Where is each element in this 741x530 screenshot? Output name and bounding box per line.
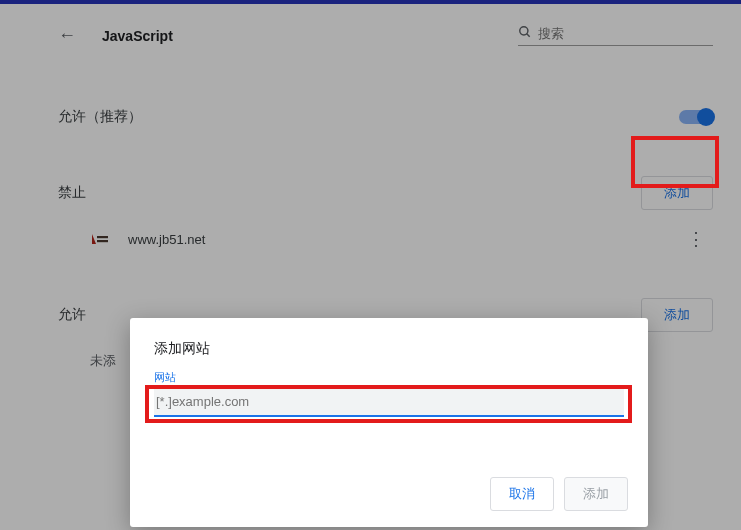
dialog-title: 添加网站 (154, 340, 624, 358)
site-field-label: 网站 (154, 370, 624, 385)
cancel-button[interactable]: 取消 (490, 477, 554, 511)
site-url-input[interactable] (154, 388, 624, 417)
confirm-add-button[interactable]: 添加 (564, 477, 628, 511)
add-site-dialog: 添加网站 网站 取消 添加 (130, 318, 648, 527)
dialog-actions: 取消 添加 (490, 477, 628, 511)
